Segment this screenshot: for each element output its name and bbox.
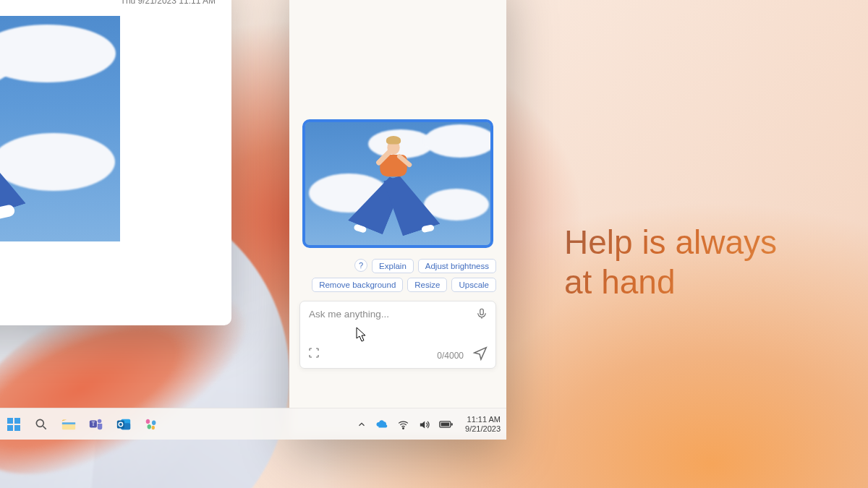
suggestion-upscale[interactable]: Upscale — [451, 278, 496, 292]
clock-date: 9/21/2023 — [465, 424, 501, 434]
teams-icon[interactable]: T — [84, 412, 109, 437]
microphone-icon[interactable] — [475, 307, 488, 323]
svg-point-13 — [98, 419, 102, 424]
marketing-headline: Help is always at hand — [564, 223, 777, 302]
image-scan-icon[interactable] — [307, 346, 320, 362]
headline-line1: Help is always — [564, 223, 777, 261]
headline-line2: at hand — [564, 263, 675, 301]
char-counter: 0/4000 — [437, 351, 464, 361]
tray-chevron-icon[interactable] — [357, 419, 367, 429]
copilot-icon[interactable] — [139, 412, 163, 437]
svg-rect-16 — [117, 421, 124, 429]
svg-rect-21 — [451, 423, 453, 425]
start-icon[interactable] — [1, 412, 26, 437]
svg-rect-4 — [7, 418, 13, 424]
svg-rect-6 — [7, 425, 13, 431]
search-icon[interactable] — [29, 412, 54, 437]
taskbar-clock[interactable]: 11:11 AM 9/21/2023 — [465, 415, 501, 434]
suggestion-adjust-brightness[interactable]: Adjust brightness — [418, 259, 496, 273]
taskbar: T 11:11 AM 9/21/2023 — [0, 408, 506, 440]
email-body-text: you were visiting in LA. — [0, 253, 217, 264]
svg-rect-5 — [14, 418, 20, 424]
svg-text:T: T — [92, 421, 95, 427]
svg-rect-10 — [62, 422, 75, 424]
svg-rect-3 — [480, 309, 484, 314]
suggestion-explain[interactable]: Explain — [372, 259, 414, 273]
copilot-input-box[interactable]: Ask me anything... 0/4000 — [299, 301, 496, 369]
email-timestamp: Thu 9/21/2023 11:11 AM — [121, 0, 216, 6]
volume-icon[interactable] — [418, 419, 430, 431]
battery-icon[interactable] — [439, 419, 454, 429]
email-attached-image[interactable] — [0, 16, 120, 241]
file-explorer-icon[interactable] — [56, 412, 81, 437]
outlook-icon[interactable] — [111, 412, 136, 437]
copilot-input-placeholder: Ask me anything... — [309, 309, 389, 320]
copilot-suggestion-row: ? Explain Adjust brightness Remove backg… — [289, 259, 496, 292]
wifi-icon[interactable] — [397, 419, 409, 431]
help-icon[interactable]: ? — [354, 259, 367, 272]
suggestion-resize[interactable]: Resize — [407, 278, 447, 292]
email-window: ••• Thu 9/21/2023 11:11 AM you were visi… — [0, 0, 231, 325]
copilot-panel: ? Explain Adjust brightness Remove backg… — [289, 0, 506, 437]
clock-time: 11:11 AM — [465, 415, 501, 424]
svg-rect-7 — [14, 425, 20, 431]
svg-point-18 — [403, 427, 404, 429]
svg-point-8 — [36, 419, 43, 427]
suggestion-remove-background[interactable]: Remove background — [312, 278, 403, 292]
copilot-selected-image[interactable] — [302, 119, 493, 248]
onedrive-icon[interactable] — [375, 418, 388, 431]
svg-rect-20 — [441, 423, 450, 427]
send-icon[interactable] — [472, 345, 488, 364]
